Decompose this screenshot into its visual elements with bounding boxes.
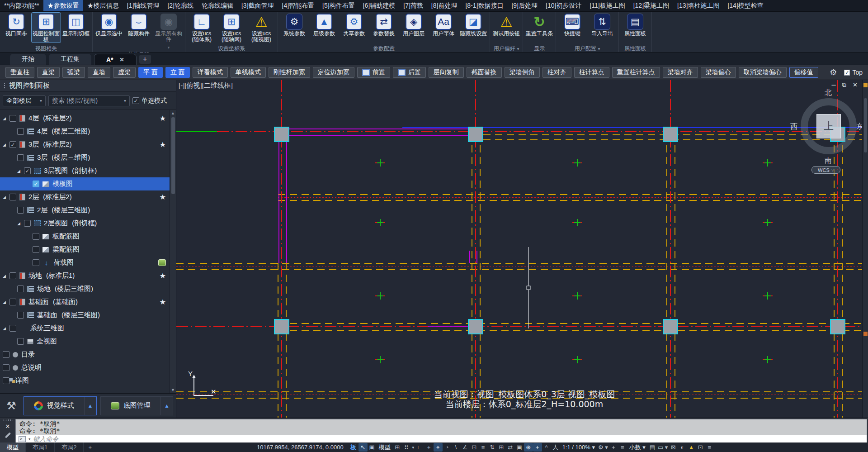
menu-item[interactable]: [4]智能布置 <box>278 0 319 11</box>
cursor-select-icon[interactable]: ↖ <box>359 443 368 452</box>
toolbar-button[interactable]: 偏移值 <box>789 67 818 78</box>
slab-center-marker[interactable] <box>572 159 582 167</box>
tree-row[interactable]: 3层视图 (剖切框) <box>0 164 176 177</box>
menu-item[interactable]: [1]轴线管理 <box>123 0 164 11</box>
tree-row[interactable]: 基础面 (基础面) <box>0 295 176 309</box>
visibility-checkbox[interactable] <box>33 181 39 187</box>
base-map-button[interactable]: 底图管理 ▲ <box>100 396 174 415</box>
wrench-icon[interactable] <box>5 432 10 438</box>
compass-north-label[interactable]: 北 <box>825 88 832 98</box>
snap-settings-caret[interactable]: ▾ <box>411 443 415 452</box>
toolbar-button[interactable]: 垂直柱 <box>5 67 34 78</box>
ribbon-button[interactable]: ⇅ 导入导出 <box>588 13 617 37</box>
toolbar-button[interactable]: 取消梁墙偏心 <box>739 67 787 78</box>
quick-properties-icon[interactable]: ⊞ <box>497 443 506 452</box>
ribbon-button[interactable]: ⇄ 参数替换 <box>369 13 398 37</box>
favorite-star-icon[interactable] <box>160 193 166 201</box>
scroll-up-icon[interactable]: ▲ <box>171 111 175 115</box>
tree-row[interactable]: 3层 (楼层三维图) <box>0 151 176 164</box>
visibility-checkbox[interactable] <box>9 299 16 305</box>
close-icon[interactable]: ✕ <box>853 81 858 89</box>
toolbar-button[interactable]: 立 面 <box>165 67 190 78</box>
expand-arrow-icon[interactable] <box>3 143 9 147</box>
tree-row[interactable]: 系统三维图 <box>0 322 176 335</box>
palette-icon[interactable]: ▤ <box>648 443 657 452</box>
ribbon-button[interactable]: Aa 用户字体 <box>429 13 458 37</box>
angle-snap-icon[interactable]: ∠ <box>461 443 470 452</box>
document-tab[interactable]: 工程集 ✕ <box>49 54 91 65</box>
lineweight-icon[interactable]: ≡ <box>479 443 488 452</box>
ribbon-button[interactable]: ◈ 用户图层 <box>399 13 428 37</box>
ribbon-button[interactable]: ⚠ 测试用按钮 <box>492 13 521 37</box>
expand-up-icon[interactable]: ▲ <box>160 397 173 415</box>
visibility-checkbox[interactable] <box>24 220 31 227</box>
selection-cycling-icon[interactable]: ⇄ <box>506 443 515 452</box>
slab-center-marker[interactable] <box>375 356 385 363</box>
toolbar-button[interactable]: 后置 <box>393 67 426 78</box>
tree-row[interactable]: 模板图 <box>0 177 176 190</box>
add-icon[interactable]: + <box>609 443 618 452</box>
toolbar-button[interactable]: 平 面 <box>138 67 163 78</box>
ribbon-button[interactable]: ⌣ 隐藏构件 <box>124 13 153 37</box>
favorite-star-icon[interactable] <box>160 271 166 280</box>
tree-scrollbar[interactable]: ▲ ▼ <box>170 110 176 393</box>
toolbar-button[interactable]: 虚梁 <box>113 67 136 78</box>
view-scale-select[interactable]: 1:1 / 100% ▾ <box>560 443 597 452</box>
slab-center-marker[interactable] <box>763 159 773 167</box>
model-space-toggle[interactable]: 模型 <box>377 443 393 452</box>
object-snap-icon[interactable]: ⌖ <box>434 443 443 452</box>
expand-arrow-icon[interactable] <box>17 221 24 226</box>
clean-screen-icon[interactable]: ⊠ <box>669 443 678 452</box>
toolbar-button[interactable]: 刚性杆加宽 <box>269 67 310 78</box>
toolbar-button[interactable]: 重置柱计算点 <box>612 67 660 78</box>
restore-icon[interactable]: ⧉ <box>842 81 846 89</box>
viewport-lock-icon[interactable]: ▣ <box>368 443 377 452</box>
slab-center-marker[interactable] <box>375 292 385 300</box>
toolbar-button[interactable]: 直梁 <box>37 67 60 78</box>
favorite-star-icon[interactable] <box>160 114 166 123</box>
slab-center-marker[interactable] <box>375 159 385 167</box>
column-element[interactable] <box>663 319 678 334</box>
dynamic-input-icon[interactable]: ⊡ <box>470 443 479 452</box>
menu-item[interactable]: [12]梁施工图 <box>629 0 673 11</box>
annotation-visibility-icon[interactable]: + <box>533 443 542 452</box>
isoplane-icon[interactable]: \ <box>452 443 461 452</box>
menu-item[interactable]: [3]截面管理 <box>237 0 278 11</box>
fullscreen-icon[interactable]: ⊡ <box>696 443 705 452</box>
toolbar-button[interactable]: 柱计算点 <box>574 67 609 78</box>
favorite-star-icon[interactable] <box>160 298 166 306</box>
toolbar-button[interactable]: 梁墙偏心 <box>701 67 736 78</box>
visibility-checkbox[interactable] <box>9 272 16 279</box>
tree-row[interactable]: 3层 (标准层2) <box>0 138 176 151</box>
layout-tab[interactable]: 模型 <box>0 442 26 452</box>
expand-arrow-icon[interactable] <box>17 169 24 173</box>
menu-item[interactable]: ★楼层信息 <box>83 0 123 11</box>
unit-precision-select[interactable]: 小数 ▾ <box>627 443 648 452</box>
ribbon-button[interactable]: ↻ 视口同步 <box>2 13 31 37</box>
drawing-canvas[interactable]: [-][俯视][二维线框] ─ ⧉ ✕ <box>176 80 862 418</box>
ribbon-button[interactable]: ⚙ 共享参数 <box>340 13 368 37</box>
tools-icon[interactable]: ⚒ <box>3 400 20 412</box>
menu-item[interactable]: [11]板施工图 <box>585 0 629 11</box>
menu-item[interactable]: [8]前处理 <box>427 0 462 11</box>
tree-row[interactable]: 2层 (标准层2) <box>0 190 176 204</box>
search-input[interactable]: 搜索 (楼层/视图) ▾ <box>48 95 130 106</box>
toolbar-button[interactable]: 层间复制 <box>429 67 464 78</box>
slab-center-marker[interactable] <box>763 292 773 300</box>
tree-row[interactable]: 全视图 <box>0 335 176 348</box>
visibility-checkbox[interactable] <box>3 364 9 371</box>
column-element[interactable] <box>830 319 845 334</box>
expand-arrow-icon[interactable] <box>3 116 9 121</box>
ribbon-button[interactable]: ↻ 重置工具条 <box>525 13 554 37</box>
list-view-icon[interactable]: ≡ <box>618 443 627 452</box>
tree-row[interactable]: 详图 <box>0 374 176 387</box>
menu-item[interactable]: [10]初步设计 <box>542 0 585 11</box>
visibility-checkbox[interactable] <box>9 325 16 332</box>
menu-item[interactable]: [7]荷载 <box>399 0 427 11</box>
layout-tab[interactable]: 布局1 <box>26 442 55 452</box>
column-element[interactable] <box>468 319 483 334</box>
tree-row[interactable]: 总说明 <box>0 361 176 374</box>
ribbon-button[interactable]: ▤ 属性面板 <box>621 13 650 37</box>
new-tab-button[interactable]: + <box>139 55 151 64</box>
snap-grid-icon[interactable]: ⠿ <box>402 443 411 452</box>
